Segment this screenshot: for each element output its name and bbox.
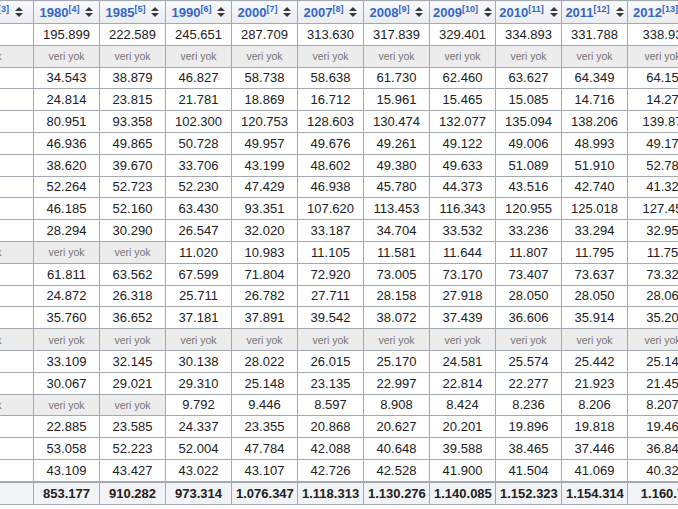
reference-link[interactable]: [9]: [398, 3, 409, 13]
header-content: 2010[11]: [500, 5, 557, 20]
column-header-2007[interactable]: 2007[8]: [298, 1, 364, 24]
reference-link[interactable]: [7]: [266, 3, 277, 13]
year-link[interactable]: 2008: [370, 5, 399, 20]
value-cell: 135: [0, 416, 34, 438]
value-cell: 43.109: [34, 459, 100, 481]
header-content: 1990[6]: [170, 5, 227, 20]
value-cell: 73.005: [364, 263, 430, 285]
value-cell: 577: [0, 89, 34, 111]
year-link[interactable]: 1990: [172, 5, 201, 20]
reference-link[interactable]: [3]: [0, 3, 9, 13]
reference-link[interactable]: [8]: [332, 3, 343, 13]
value-cell: 61.730: [364, 67, 430, 89]
no-data-cell: veri yok: [0, 394, 34, 416]
value-cell: 075: [0, 459, 34, 481]
column-header-2012[interactable]: 2012[13]: [628, 1, 678, 24]
year-label-group: 2000[7]: [238, 5, 278, 20]
value-cell: 93.358: [100, 111, 166, 133]
no-data-cell: veri yok: [34, 394, 100, 416]
value-cell: 26.782: [232, 285, 298, 307]
value-cell: 138.206: [562, 111, 628, 133]
value-cell: 35.760: [34, 307, 100, 329]
table-row: veri yokveri yokveri yok9.7929.4468.5978…: [0, 394, 678, 416]
value-cell: 62.460: [430, 67, 496, 89]
value-cell: 29.310: [166, 372, 232, 394]
value-cell: 125.018: [562, 198, 628, 220]
reference-link[interactable]: [4]: [68, 3, 79, 13]
year-link[interactable]: 2012: [633, 5, 662, 20]
value-cell: 64.15: [628, 67, 678, 89]
reference-link[interactable]: [6]: [200, 3, 211, 13]
value-cell: 11.795: [562, 241, 628, 263]
no-data-cell: veri yok: [100, 241, 166, 263]
year-link[interactable]: 1980: [40, 5, 69, 20]
table-row: 57724.81423.81521.78118.86916.71215.9611…: [0, 89, 678, 111]
sort-icon[interactable]: [85, 7, 93, 17]
table-row: 84330.06729.02129.31025.14823.13522.9972…: [0, 372, 678, 394]
total-cell: .255: [0, 482, 34, 504]
value-cell: 52.160: [100, 198, 166, 220]
value-cell: 39.588: [430, 438, 496, 460]
year-link[interactable]: 2009: [433, 5, 462, 20]
value-cell: 331.788: [562, 24, 628, 46]
value-cell: 22.997: [364, 372, 430, 394]
value-cell: 11.105: [298, 241, 364, 263]
header-content: 2007[8]: [302, 5, 359, 20]
year-label-group: 1980[4]: [40, 5, 80, 20]
value-cell: 42.528: [364, 459, 430, 481]
header-content: 2009[10]: [434, 5, 491, 20]
value-cell: 67.599: [166, 263, 232, 285]
sort-icon[interactable]: [616, 7, 624, 17]
year-link[interactable]: 2011: [565, 5, 593, 20]
reference-link[interactable]: [12]: [594, 3, 610, 13]
sort-icon[interactable]: [151, 7, 159, 17]
value-cell: 26.015: [298, 350, 364, 372]
reference-link[interactable]: [5]: [134, 3, 145, 13]
sort-icon[interactable]: [484, 7, 492, 17]
value-cell: 329.401: [430, 24, 496, 46]
no-data-cell: veri yok: [166, 329, 232, 351]
column-header-partial[interactable]: [3]: [0, 1, 34, 24]
no-data-cell: veri yok: [34, 241, 100, 263]
column-header-1990[interactable]: 1990[6]: [166, 1, 232, 24]
no-data-cell: veri yok: [100, 329, 166, 351]
reference-link[interactable]: [13]: [662, 3, 678, 13]
year-link[interactable]: 2007: [304, 5, 333, 20]
value-cell: 21.923: [562, 372, 628, 394]
no-data-cell: veri yok: [562, 329, 628, 351]
year-link[interactable]: 2010: [499, 5, 528, 20]
sort-icon[interactable]: [283, 7, 291, 17]
no-data-cell: veri yok: [100, 45, 166, 67]
column-header-2011[interactable]: 2011[12]: [562, 1, 628, 24]
column-header-2009[interactable]: 2009[10]: [430, 1, 496, 24]
reference-link[interactable]: [10]: [462, 3, 478, 13]
column-header-1980[interactable]: 1980[4]: [34, 1, 100, 24]
year-label-group: 2010[11]: [499, 5, 543, 20]
value-cell: 49.17: [628, 132, 678, 154]
value-cell: 25.711: [166, 285, 232, 307]
year-label-group: 1990[6]: [172, 5, 212, 20]
total-cell: 1.152.323: [496, 482, 562, 504]
sort-icon[interactable]: [15, 7, 23, 17]
value-cell: 73.170: [430, 263, 496, 285]
table-row: 40128.29430.29026.54732.02033.18734.7043…: [0, 220, 678, 242]
value-cell: 104: [0, 67, 34, 89]
sort-icon[interactable]: [217, 7, 225, 17]
column-header-2010[interactable]: 2010[11]: [496, 1, 562, 24]
sort-icon[interactable]: [415, 7, 423, 17]
table-row: 07543.10943.42743.02243.10742.72642.5284…: [0, 459, 678, 481]
column-header-2008[interactable]: 2008[9]: [364, 1, 430, 24]
value-cell: 120: [0, 307, 34, 329]
year-link[interactable]: 2000: [238, 5, 267, 20]
sort-icon[interactable]: [349, 7, 357, 17]
value-cell: 61.811: [34, 263, 100, 285]
reference-link[interactable]: [11]: [528, 3, 544, 13]
year-link[interactable]: 1985: [106, 5, 135, 20]
value-cell: 34.543: [34, 67, 100, 89]
column-header-1985[interactable]: 1985[5]: [100, 1, 166, 24]
sort-icon[interactable]: [550, 7, 558, 17]
header-content: 2000[7]: [236, 5, 293, 20]
value-cell: 20.627: [364, 416, 430, 438]
value-cell: 19.46: [628, 416, 678, 438]
column-header-2000[interactable]: 2000[7]: [232, 1, 298, 24]
